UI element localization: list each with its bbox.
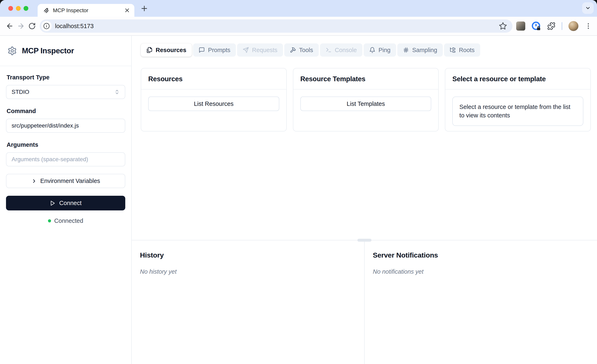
forward-button[interactable] [15, 20, 26, 32]
tab-prompts[interactable]: Prompts [193, 43, 236, 57]
sidebar-header: MCP Inspector [0, 36, 131, 66]
history-empty-text: No history yet [140, 268, 356, 275]
list-templates-button[interactable]: List Templates [300, 96, 432, 111]
history-panel: History No history yet [132, 240, 364, 364]
status-dot [48, 219, 51, 222]
resource-detail-placeholder: Select a resource or template from the l… [452, 96, 583, 126]
browser-tab[interactable]: MCP Inspector [38, 4, 134, 17]
environment-variables-label: Environment Variables [40, 178, 100, 184]
password-manager-icon[interactable] [532, 21, 541, 31]
resource-templates-card: Resource Templates List Templates [293, 68, 439, 131]
connection-status: Connected [6, 217, 125, 224]
tab-label: Roots [459, 47, 475, 54]
tab-label: Requests [252, 47, 277, 54]
play-icon [50, 200, 55, 206]
maximize-window-button[interactable] [24, 6, 28, 11]
sidebar-form: Transport Type STDIO Command Arguments [0, 66, 131, 224]
files-icon [146, 47, 153, 53]
extension-avatar-icon[interactable] [516, 22, 525, 31]
terminal-icon [326, 47, 332, 53]
tab-label: Console [335, 47, 357, 54]
tab-label: Prompts [208, 47, 230, 54]
extensions-puzzle-icon[interactable] [547, 22, 556, 30]
profile-avatar[interactable] [568, 21, 578, 31]
address-bar[interactable]: localhost:5173 [40, 19, 512, 33]
tab-resources[interactable]: Resources [141, 43, 192, 57]
tab-tools[interactable]: Tools [284, 43, 319, 57]
tab-label: Sampling [412, 47, 437, 54]
close-window-button[interactable] [8, 6, 13, 11]
tab-label: Ping [378, 47, 391, 54]
tab-label: Resources [156, 47, 186, 54]
resources-card-title: Resources [141, 68, 286, 89]
browser-tab-title: MCP Inspector [53, 7, 120, 14]
site-info-button[interactable] [41, 21, 52, 31]
mcp-inspector-app: MCP Inspector Transport Type STDIO Comma… [0, 36, 597, 364]
reload-icon [28, 22, 36, 30]
toolbar-extensions [516, 21, 592, 31]
hash-icon [403, 47, 409, 53]
chevron-down-icon [585, 5, 591, 11]
main-top: Resources Prompts Requests [132, 36, 597, 240]
tab-search-button[interactable] [582, 2, 594, 14]
browser-toolbar: localhost:5173 [0, 17, 597, 36]
arrow-right-icon [17, 22, 25, 30]
command-label: Command [7, 108, 125, 115]
server-notifications-title: Server Notifications [373, 251, 589, 259]
resource-templates-card-title: Resource Templates [293, 68, 439, 89]
new-tab-button[interactable] [140, 4, 149, 13]
tab-requests[interactable]: Requests [237, 43, 283, 57]
app-title: MCP Inspector [22, 47, 74, 55]
send-icon [243, 47, 249, 53]
tab-ping[interactable]: Ping [364, 43, 396, 57]
sidebar: MCP Inspector Transport Type STDIO Comma… [0, 36, 132, 364]
chevrons-up-down-icon [114, 89, 120, 95]
resource-detail-card-title: Select a resource or template [445, 68, 590, 89]
arguments-input[interactable] [6, 152, 125, 166]
transport-type-select[interactable]: STDIO [6, 85, 125, 99]
toolbar-separator [562, 22, 562, 30]
resource-cards: Resources List Resources Resource Templa… [141, 68, 591, 131]
minimize-window-button[interactable] [16, 6, 21, 11]
browser-window: MCP Inspector [0, 0, 597, 364]
notifications-empty-text: No notifications yet [373, 268, 589, 275]
connect-button[interactable]: Connect [6, 196, 125, 210]
transport-type-label: Transport Type [7, 74, 125, 81]
mcp-logo-favicon [43, 7, 49, 14]
folder-tree-icon [450, 47, 456, 53]
view-tabs: Resources Prompts Requests [141, 43, 480, 57]
window-controls [8, 6, 28, 11]
transport-type-value: STDIO [12, 89, 29, 95]
browser-menu-icon[interactable] [585, 22, 592, 30]
list-resources-button[interactable]: List Resources [148, 96, 279, 111]
resource-detail-card: Select a resource or template Select a r… [445, 68, 591, 131]
main-area: Resources Prompts Requests [132, 36, 597, 364]
arrow-left-icon [6, 22, 14, 30]
history-title: History [140, 251, 356, 259]
url-text[interactable]: localhost:5173 [55, 23, 495, 30]
tab-label: Tools [299, 47, 313, 54]
chevron-right-icon [31, 178, 37, 184]
message-icon [199, 47, 205, 53]
resources-card: Resources List Resources [141, 68, 287, 131]
bookmark-star-icon[interactable] [499, 22, 507, 30]
arguments-label: Arguments [7, 141, 125, 148]
tab-console[interactable]: Console [320, 43, 362, 57]
environment-variables-button[interactable]: Environment Variables [6, 174, 125, 188]
connect-button-label: Connect [59, 200, 81, 206]
tab-close-icon[interactable] [124, 7, 130, 13]
status-text: Connected [54, 217, 83, 224]
server-notifications-panel: Server Notifications No notifications ye… [364, 240, 597, 364]
info-icon [43, 23, 50, 29]
browser-tab-strip: MCP Inspector [0, 0, 597, 17]
reload-button[interactable] [26, 20, 38, 32]
bell-icon [369, 47, 375, 53]
bottom-panels: History No history yet Server Notificati… [132, 240, 597, 364]
tab-sampling[interactable]: Sampling [397, 43, 443, 57]
command-input[interactable] [6, 119, 125, 133]
tab-roots[interactable]: Roots [444, 43, 480, 57]
hammer-icon [290, 47, 296, 53]
gear-icon [8, 46, 17, 55]
resize-drag-handle[interactable] [357, 239, 371, 242]
back-button[interactable] [4, 20, 15, 32]
